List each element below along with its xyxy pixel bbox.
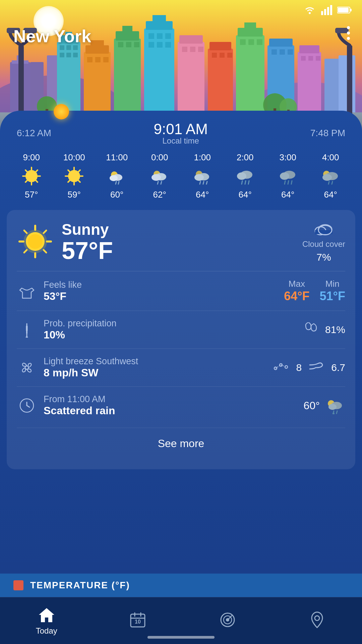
svg-rect-6	[338, 8, 349, 12]
water-drops-icon	[302, 322, 320, 337]
svg-rect-40	[148, 33, 154, 39]
precip-title: Prob. precipitation	[44, 318, 302, 329]
hour-label-0: 9:00	[23, 152, 40, 163]
svg-point-144	[23, 230, 47, 253]
nav-today[interactable]: Today	[36, 606, 57, 636]
calendar-icon: 10	[129, 611, 147, 629]
feels-like-row: Feels like 53°F Max 64°F Min 51°F	[17, 271, 345, 311]
svg-rect-84	[335, 28, 349, 33]
svg-rect-28	[87, 57, 93, 62]
svg-rect-49	[190, 47, 195, 52]
current-weather-card: Sunny 57°F Cloud cover 7%	[7, 210, 355, 469]
hour-icon-1	[63, 165, 85, 187]
precipitation-row: Prob. precipitation 10% 81%	[17, 311, 345, 349]
cloud-icon	[313, 220, 335, 237]
sunset-time: 7:48 PM	[310, 128, 345, 139]
svg-rect-37	[144, 29, 174, 116]
svg-rect-4	[330, 5, 332, 15]
svg-rect-29	[95, 57, 101, 62]
wind-info: Light breeze Southwest 8 mp/h SW	[44, 356, 272, 379]
wind-graph-icon	[272, 360, 290, 375]
svg-rect-65	[280, 49, 285, 55]
cloud-cover-label: Cloud cover	[302, 239, 345, 249]
hour-temp-6: 64°	[281, 190, 294, 200]
svg-line-121	[242, 181, 242, 184]
temp-label-text: TEMPERATURE (°F)	[30, 580, 130, 591]
home-icon	[38, 606, 56, 624]
home-indicator	[147, 636, 215, 639]
svg-line-93	[25, 180, 27, 182]
hour-temp-5: 64°	[239, 190, 252, 200]
svg-rect-53	[212, 53, 217, 58]
forecast-title: From 11:00 AM	[44, 394, 304, 405]
svg-line-117	[203, 181, 204, 184]
see-more-button[interactable]: See more	[17, 428, 345, 459]
svg-rect-22	[60, 53, 64, 57]
svg-rect-42	[165, 33, 171, 39]
time-bar: 6:12 AM 9:01 AM Local time 7:48 PM	[0, 111, 362, 149]
max-section: Max 64°F	[284, 279, 309, 303]
hourly-forecast: 9:00 57° 10:00	[0, 149, 362, 207]
svg-rect-48	[182, 47, 187, 52]
hour-temp-2: 60°	[110, 190, 123, 200]
nav-location[interactable]	[308, 611, 326, 631]
svg-rect-23	[66, 53, 71, 57]
forecast-row: From 11:00 AM Scattered rain 60°	[17, 387, 345, 424]
feels-like-icon	[17, 283, 37, 299]
svg-rect-61	[257, 39, 262, 45]
svg-line-107	[118, 181, 119, 184]
svg-rect-3	[327, 7, 329, 15]
dot2	[347, 32, 350, 35]
cloud-cover-pct: 7%	[316, 252, 331, 263]
more-options-button[interactable]	[347, 26, 350, 40]
hour-label-3: 0:00	[151, 152, 168, 163]
max-min-section: Max 64°F Min 51°F	[284, 279, 345, 303]
svg-line-161	[27, 406, 29, 407]
svg-line-111	[158, 181, 158, 184]
svg-rect-59	[240, 39, 246, 45]
svg-point-110	[152, 174, 161, 181]
svg-line-102	[68, 180, 70, 182]
see-more-label: See more	[158, 437, 204, 450]
precip-icon	[17, 321, 37, 338]
hour-temp-7: 64°	[324, 190, 337, 200]
svg-rect-45	[165, 42, 171, 48]
svg-rect-50	[198, 47, 203, 52]
hour-item-7: 4:00 64°	[309, 152, 352, 200]
radar-icon	[219, 611, 237, 629]
feels-like-info: Feels like 53°F	[44, 280, 284, 303]
current-temp: 57°F	[62, 238, 113, 263]
svg-line-128	[291, 181, 292, 184]
svg-point-176	[315, 616, 319, 621]
nav-calendar[interactable]: 10	[129, 611, 147, 631]
svg-rect-46	[178, 42, 204, 116]
hour-item-0: 9:00 57°	[10, 152, 53, 200]
hour-label-6: 3:00	[279, 152, 296, 163]
nav-radar[interactable]	[219, 611, 237, 631]
svg-rect-56	[236, 35, 264, 116]
forecast-desc: Scattered rain	[44, 405, 304, 417]
svg-rect-52	[209, 42, 231, 50]
svg-rect-43	[148, 42, 154, 48]
hour-item-6: 3:00 64°	[266, 152, 309, 200]
svg-point-0	[309, 12, 311, 14]
temperature-label-bar: TEMPERATURE (°F)	[0, 574, 362, 597]
svg-line-118	[206, 181, 207, 184]
max-label: Max	[284, 279, 309, 289]
svg-line-127	[288, 181, 289, 184]
dot1	[347, 26, 350, 29]
local-time-value: 9:01 AM	[154, 121, 208, 138]
hour-icon-4	[192, 165, 213, 187]
svg-rect-32	[116, 31, 139, 41]
svg-rect-55	[227, 53, 232, 58]
hour-temp-3: 62°	[153, 190, 166, 200]
weather-panel: 6:12 AM 9:01 AM Local time 7:48 PM 9:00 …	[0, 111, 362, 574]
precip-info: Prob. precipitation 10%	[44, 318, 302, 341]
svg-rect-41	[157, 33, 163, 39]
current-sun-icon	[17, 223, 54, 260]
current-text: Sunny 57°F	[62, 220, 113, 263]
current-left: Sunny 57°F	[17, 220, 113, 263]
svg-line-99	[68, 170, 70, 172]
min-value: 51°F	[320, 289, 345, 303]
hour-icon-2	[106, 165, 128, 187]
